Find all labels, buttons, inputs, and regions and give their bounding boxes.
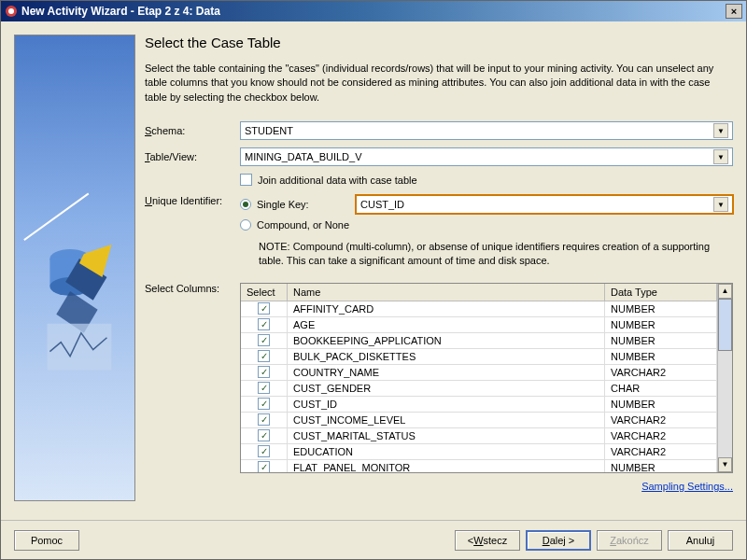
compound-label: Compound, or None [257, 219, 349, 231]
svg-point-1 [8, 8, 14, 14]
select-columns-label: Select Columns: [145, 283, 233, 294]
table-row[interactable]: ✓BULK_PACK_DISKETTESNUMBER [241, 349, 717, 365]
table-value: MINING_DATA_BUILD_V [245, 151, 362, 162]
single-key-row: Single Key: CUST_ID ▼ [240, 195, 733, 214]
table-row[interactable]: ✓EDUCATIONVARCHAR2 [241, 444, 717, 460]
table-label: Table/View: [145, 151, 233, 162]
row-checkbox[interactable]: ✓ [258, 445, 270, 457]
uid-label: Unique Identifier: [145, 195, 233, 206]
row-type-cell: CHAR [605, 381, 717, 396]
scrollbar-thumb[interactable] [718, 299, 732, 351]
dropdown-arrow-icon: ▼ [713, 149, 728, 164]
row-name-cell: CUST_INCOME_LEVEL [288, 413, 605, 427]
row-select-cell: ✓ [241, 381, 288, 396]
row-checkbox[interactable]: ✓ [258, 461, 270, 472]
single-key-radio[interactable] [240, 199, 251, 210]
table-dropdown[interactable]: MINING_DATA_BUILD_V ▼ [240, 147, 733, 166]
row-select-cell: ✓ [241, 428, 288, 443]
row-checkbox[interactable]: ✓ [258, 366, 270, 378]
schema-row: Schema: STUDENT ▼ [145, 121, 733, 140]
body: Select the Case Table Select the table c… [1, 21, 746, 520]
columns-grid-wrap: Select Name Data Type ✓AFFINITY_CARDNUMB… [240, 283, 733, 473]
titlebar: New Activity Wizard - Etap 2 z 4: Data × [1, 1, 746, 21]
grid-header: Select Name Data Type [241, 284, 717, 301]
next-button[interactable]: Dalej > [526, 530, 591, 551]
uid-row: Unique Identifier: Single Key: CUST_ID ▼… [145, 195, 733, 231]
join-checkbox[interactable] [240, 174, 252, 186]
scroll-up-icon[interactable]: ▲ [718, 284, 732, 299]
svg-rect-10 [47, 324, 111, 371]
row-type-cell: NUMBER [605, 301, 717, 316]
row-name-cell: EDUCATION [288, 444, 605, 459]
schema-dropdown[interactable]: STUDENT ▼ [240, 121, 733, 140]
row-type-cell: VARCHAR2 [605, 428, 717, 443]
row-select-cell: ✓ [241, 301, 288, 316]
scrollbar-track[interactable] [718, 299, 732, 457]
compound-row: Compound, or None [240, 219, 733, 231]
join-checkbox-row: Join additional data with case table [240, 174, 733, 186]
table-row[interactable]: ✓FLAT_PANEL_MONITORNUMBER [241, 460, 717, 472]
col-header-name[interactable]: Name [288, 284, 605, 301]
table-row[interactable]: ✓COUNTRY_NAMEVARCHAR2 [241, 365, 717, 381]
grid-scrollbar[interactable]: ▲ ▼ [717, 284, 732, 472]
row-checkbox[interactable]: ✓ [258, 382, 270, 394]
row-name-cell: BULK_PACK_DISKETTES [288, 349, 605, 364]
table-row: Table/View: MINING_DATA_BUILD_V ▼ [145, 147, 733, 166]
row-type-cell: VARCHAR2 [605, 444, 717, 459]
schema-label: Schema: [145, 125, 233, 136]
scroll-down-icon[interactable]: ▼ [718, 457, 732, 472]
schema-value: STUDENT [245, 125, 293, 136]
table-row[interactable]: ✓CUST_MARITAL_STATUSVARCHAR2 [241, 428, 717, 444]
row-select-cell: ✓ [241, 349, 288, 364]
single-key-value: CUST_ID [360, 199, 404, 210]
help-button[interactable]: Pomoc [14, 530, 79, 551]
row-type-cell: NUMBER [605, 349, 717, 364]
row-checkbox[interactable]: ✓ [258, 429, 270, 441]
compound-radio[interactable] [240, 219, 251, 231]
row-name-cell: AFFINITY_CARD [288, 301, 605, 316]
back-button[interactable]: < Wstecz [455, 530, 520, 551]
row-checkbox[interactable]: ✓ [258, 398, 270, 410]
row-type-cell: VARCHAR2 [605, 365, 717, 380]
wizard-sidebar-image [14, 35, 135, 501]
row-type-cell: NUMBER [605, 397, 717, 412]
row-name-cell: CUST_ID [288, 397, 605, 412]
window-title: New Activity Wizard - Etap 2 z 4: Data [21, 5, 726, 18]
table-row[interactable]: ✓BOOKKEEPING_APPLICATIONNUMBER [241, 333, 717, 349]
table-row[interactable]: ✓CUST_GENDERCHAR [241, 381, 717, 397]
grid-body: ✓AFFINITY_CARDNUMBER✓AGENUMBER✓BOOKKEEPI… [241, 301, 717, 472]
row-checkbox[interactable]: ✓ [258, 334, 270, 346]
row-checkbox[interactable]: ✓ [258, 318, 270, 330]
row-checkbox[interactable]: ✓ [258, 350, 270, 362]
row-checkbox[interactable]: ✓ [258, 413, 270, 426]
row-type-cell: NUMBER [605, 460, 717, 472]
table-row[interactable]: ✓CUST_IDNUMBER [241, 397, 717, 413]
row-name-cell: CUST_MARITAL_STATUS [288, 428, 605, 443]
table-row[interactable]: ✓CUST_INCOME_LEVELVARCHAR2 [241, 413, 717, 428]
row-select-cell: ✓ [241, 444, 288, 459]
col-header-select[interactable]: Select [241, 284, 288, 301]
columns-grid: Select Name Data Type ✓AFFINITY_CARDNUMB… [241, 284, 717, 472]
uid-note: NOTE: Compound (multi-column), or absens… [259, 240, 733, 268]
page-description: Select the table containing the "cases" … [145, 62, 733, 105]
close-button[interactable]: × [726, 4, 742, 19]
sampling-settings-link[interactable]: Sampling Settings... [145, 481, 733, 492]
col-header-data-type[interactable]: Data Type [605, 284, 717, 301]
table-row[interactable]: ✓AGENUMBER [241, 317, 717, 333]
page-heading: Select the Case Table [145, 35, 733, 50]
row-name-cell: FLAT_PANEL_MONITOR [288, 460, 605, 472]
columns-row: Select Columns: Select Name Data Type ✓A… [145, 283, 733, 473]
single-key-dropdown[interactable]: CUST_ID ▼ [356, 195, 733, 214]
cancel-button[interactable]: Anuluj [668, 530, 733, 551]
wizard-window: New Activity Wizard - Etap 2 z 4: Data × [0, 0, 747, 560]
row-checkbox[interactable]: ✓ [258, 302, 270, 315]
footer: Pomoc < Wstecz Dalej > Zakończ Anuluj [1, 520, 746, 559]
app-icon [5, 5, 18, 18]
table-row[interactable]: ✓AFFINITY_CARDNUMBER [241, 301, 717, 317]
finish-button: Zakończ [597, 530, 662, 551]
row-select-cell: ✓ [241, 397, 288, 412]
row-select-cell: ✓ [241, 413, 288, 427]
main-panel: Select the Case Table Select the table c… [145, 35, 733, 507]
row-select-cell: ✓ [241, 460, 288, 472]
row-type-cell: NUMBER [605, 333, 717, 348]
